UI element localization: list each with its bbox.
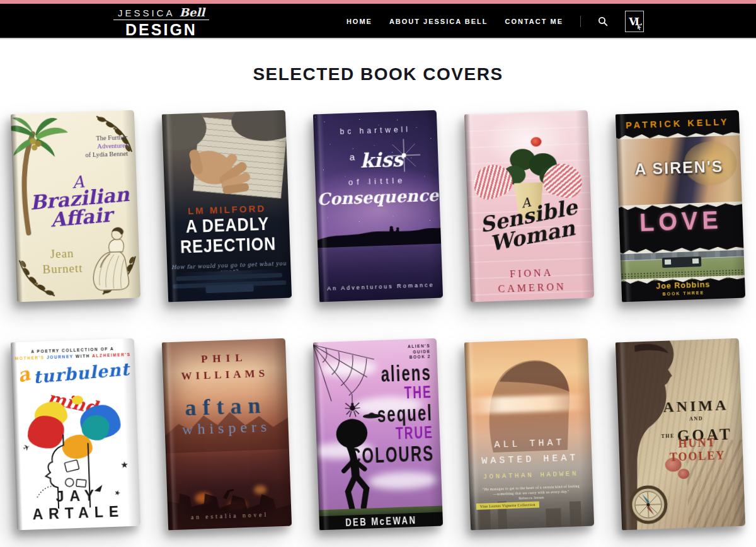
cover-art: ANIMA AND THEGOAT HUNT TOOLEY bbox=[616, 338, 745, 531]
vignette bbox=[162, 338, 292, 531]
cover-art: A Sensible Woman FIONA CAMERON bbox=[464, 110, 594, 302]
brand-jessica: JESSICA bbox=[118, 8, 175, 18]
book-cover-aliens-the-sequel-true-colours[interactable]: ALIEN'S GUIDE BOOK 2 aliens THE sequel T… bbox=[313, 338, 443, 531]
main-nav: HOME ABOUT JESSICA BELL CONTACT ME VL bbox=[346, 4, 644, 39]
search-icon bbox=[598, 16, 608, 26]
brand-bell: Bell bbox=[180, 6, 205, 19]
author-name: JAY ARTALE bbox=[16, 486, 140, 524]
book-cover-a-brazilian-affair[interactable]: The Further Adventures of Lydia Bennet A… bbox=[11, 110, 140, 302]
brand-line-1: JESSICA Bell bbox=[112, 6, 210, 19]
title-line-2: LOVE bbox=[619, 206, 743, 238]
nav-home[interactable]: HOME bbox=[346, 18, 372, 25]
author-name: PATRICK KELLY bbox=[616, 117, 739, 131]
author-name: HUNT TOOLEY bbox=[655, 435, 739, 465]
book-cover-a-kiss-of-little-consequence[interactable]: bc hartwell a kiss of little Consequence… bbox=[313, 110, 443, 302]
cover-art: PHIL WILLIAMS aftan whispers an estalia … bbox=[162, 338, 292, 531]
book-cover-anima-and-the-goat[interactable]: ANIMA AND THEGOAT HUNT TOOLEY bbox=[616, 338, 745, 531]
building-shape bbox=[570, 501, 581, 527]
nav-divider bbox=[580, 16, 581, 27]
book-cover-a-turbulent-mind[interactable]: A POETRY COLLECTION OF A MOTHER'S JOURNE… bbox=[11, 338, 140, 531]
book-cover-all-that-wasted-heat[interactable]: ALL THAT WASTED HEAT JONATHAN HADWEN "He… bbox=[464, 338, 594, 531]
building-shape bbox=[546, 508, 561, 527]
brand-design: DESIGN bbox=[112, 21, 210, 39]
stage-screen bbox=[665, 260, 671, 265]
kicker-journey: JOURNEY bbox=[47, 354, 74, 359]
author-name: JONATHAN HADWEN bbox=[469, 469, 592, 481]
brand-divider bbox=[113, 20, 209, 20]
title-anima: ANIMA bbox=[654, 396, 738, 417]
hand-illustration bbox=[179, 129, 263, 199]
cover-art: ALL THAT WASTED HEAT JONATHAN HADWEN "He… bbox=[464, 338, 594, 531]
nav-about[interactable]: ABOUT JESSICA BELL bbox=[389, 18, 488, 25]
paper-plane-doodle: ✈ bbox=[21, 442, 32, 453]
title-line-1: a kiss bbox=[314, 147, 438, 174]
title-line-2: REJECTION bbox=[166, 233, 290, 258]
book-cover-a-sirens-love[interactable]: PATRICK KELLY A SIREN'S LOVE Joe Robbins… bbox=[616, 110, 745, 302]
site-header: JESSICA Bell DESIGN HOME ABOUT JESSICA B… bbox=[0, 4, 756, 39]
title-a: a bbox=[15, 362, 32, 387]
bench-shape bbox=[176, 273, 282, 281]
cursor-icon bbox=[637, 25, 642, 30]
alien-child-silhouette bbox=[326, 415, 387, 516]
regency-woman-illustration bbox=[81, 221, 135, 294]
horizon-couple-silhouette bbox=[317, 222, 441, 248]
title-word-a: a bbox=[349, 151, 357, 162]
cover-art: bc hartwell a kiss of little Consequence… bbox=[313, 110, 443, 302]
book-grid-row-2: A POETRY COLLECTION OF A MOTHER'S JOURNE… bbox=[0, 340, 756, 528]
starfield bbox=[315, 117, 316, 117]
book-cover-a-deadly-rejection[interactable]: LM MILFORD A DEADLY REJECTION How far wo… bbox=[162, 110, 292, 302]
cover-art: The Further Adventures of Lydia Bennet A… bbox=[11, 110, 140, 302]
festival-stage bbox=[662, 256, 702, 268]
cover-art: A POETRY COLLECTION OF A MOTHER'S JOURNE… bbox=[11, 338, 140, 531]
cover-art: PATRICK KELLY A SIREN'S LOVE Joe Robbins… bbox=[616, 110, 745, 302]
nav-contact[interactable]: CONTACT ME bbox=[505, 18, 563, 25]
cover-art: LM MILFORD A DEADLY REJECTION How far wo… bbox=[162, 110, 292, 302]
stage-screen bbox=[692, 258, 699, 263]
vl-logo-button[interactable]: VL bbox=[625, 11, 644, 32]
kicker-mothers: MOTHER'S bbox=[15, 355, 45, 361]
title-turbulent: turbulent bbox=[32, 359, 130, 387]
book-cover-aftan-whispers[interactable]: PHIL WILLIAMS aftan whispers an estalia … bbox=[162, 338, 292, 531]
desk-shape bbox=[205, 284, 253, 294]
book-title: ALL THAT WASTED HEAT bbox=[467, 434, 592, 470]
spacer bbox=[622, 297, 745, 302]
kicker-with: WITH bbox=[76, 354, 90, 359]
series-tagline: The Further Adventures of Lydia Bennet bbox=[84, 133, 128, 159]
book-title: A DEADLY REJECTION bbox=[166, 212, 290, 258]
search-button[interactable] bbox=[598, 16, 608, 26]
brand-logo[interactable]: JESSICA Bell DESIGN bbox=[112, 6, 210, 39]
author-name: DEB McEWAN bbox=[345, 514, 417, 529]
building-shape bbox=[478, 508, 491, 530]
compass-illustration bbox=[628, 485, 668, 525]
book-grid-row-1: The Further Adventures of Lydia Bennet A… bbox=[0, 112, 756, 300]
author-name: bc hartwell bbox=[314, 124, 437, 137]
cover-art: ALIEN'S GUIDE BOOK 2 aliens THE sequel T… bbox=[313, 338, 443, 531]
title-word-kiss: kiss bbox=[360, 148, 403, 172]
kicker-alzheimers: ALZHEIMER'S bbox=[92, 352, 131, 358]
star-doodle: ★ bbox=[120, 459, 129, 469]
tag-line-3: of Lydia Bennet bbox=[85, 149, 128, 159]
page-title: SELECTED BOOK COVERS bbox=[0, 64, 756, 84]
book-cover-a-sensible-woman[interactable]: A Sensible Woman FIONA CAMERON bbox=[464, 110, 594, 302]
author-name: FIONA CAMERON bbox=[469, 264, 593, 297]
courtroom-photo bbox=[168, 269, 292, 302]
